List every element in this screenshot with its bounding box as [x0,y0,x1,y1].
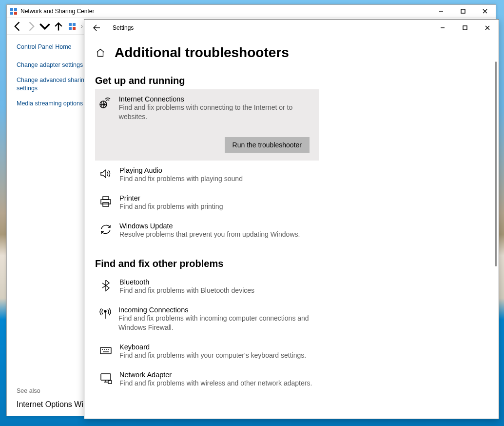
troubleshooter-windows-update[interactable]: Windows Update Resolve problems that pre… [95,216,317,244]
back-maximize-button[interactable] [452,5,474,18]
item-title: Printer [119,194,223,202]
svg-rect-17 [103,197,109,200]
sync-icon [99,222,112,239]
svg-rect-3 [14,12,17,15]
section-find-fix-heading: Find and fix other problems [95,258,317,269]
item-desc: Find and fix problems with incoming comp… [118,314,312,332]
section-get-up-heading: Get up and running [95,75,317,86]
troubleshooter-network-adapter[interactable]: Network Adapter Find and fix problems wi… [95,365,317,393]
settings-back-button[interactable] [84,20,109,36]
item-title: Bluetooth [119,278,254,286]
troubleshooter-incoming-connections[interactable]: Incoming Connections Find and fix proble… [95,300,317,337]
troubleshooter-internet-connections[interactable]: Internet Connections Find and fix proble… [95,89,319,161]
troubleshooter-playing-audio[interactable]: Playing Audio Find and fix problems with… [95,161,317,188]
back-minimize-button[interactable] [430,5,452,18]
settings-minimize-button[interactable] [431,20,454,36]
svg-rect-19 [103,203,109,206]
svg-rect-13 [463,26,467,30]
keyboard-icon [99,343,112,360]
svg-point-21 [104,310,106,312]
svg-rect-28 [101,374,111,380]
troubleshooter-printer[interactable]: Printer Find and fix problems with print… [95,188,317,216]
svg-rect-9 [73,23,76,26]
internet-options-link[interactable]: Internet Options [17,400,72,408]
svg-rect-10 [69,27,72,30]
svg-rect-22 [100,347,111,354]
settings-maximize-button[interactable] [454,20,476,36]
bluetooth-icon [99,278,112,295]
settings-window: Settings Additional troubleshooters Get … [84,19,499,419]
monitor-network-icon [99,371,112,388]
item-desc: Find and fix problems with connecting to… [119,103,314,122]
item-desc: Resolve problems that prevent you from u… [119,230,300,239]
settings-content: Additional troubleshooters Get up and ru… [84,36,499,419]
item-desc: Find and fix problems with printing [119,202,223,211]
nav-history-button[interactable] [39,20,51,32]
item-desc: Find and fix problems with wireless and … [119,379,312,388]
settings-titlebar[interactable]: Settings [84,20,499,36]
svg-rect-8 [69,23,72,26]
run-troubleshooter-button[interactable]: Run the troubleshooter [225,137,310,153]
settings-close-button[interactable] [476,20,499,36]
svg-rect-31 [108,381,112,384]
svg-rect-11 [73,27,76,30]
troubleshooter-keyboard[interactable]: Keyboard Find and fix problems with your… [95,337,317,365]
svg-rect-1 [14,8,17,11]
back-titlebar[interactable]: Network and Sharing Center [7,5,496,18]
media-streaming-link[interactable]: Media streaming options [17,100,95,108]
svg-rect-5 [461,9,465,13]
nav-forward-button[interactable] [25,20,37,32]
breadcrumb-sep: › [81,23,83,30]
item-desc: Find and fix problems with Bluetooth dev… [119,286,254,295]
change-adapter-link[interactable]: Change adapter settings [17,61,95,69]
item-desc: Find and fix problems with playing sound [119,174,243,183]
item-title: Windows Update [119,222,300,230]
item-title: Network Adapter [119,371,312,379]
printer-icon [99,194,112,211]
scrollbar-thumb[interactable] [495,61,497,266]
change-sharing-link[interactable]: Change advanced sharing settings [17,76,95,93]
item-title: Keyboard [119,343,306,351]
nav-back-button[interactable] [12,20,23,32]
back-close-button[interactable] [474,5,496,18]
item-desc: Find and fix problems with your computer… [119,351,306,360]
back-window-title: Network and Sharing Center [20,8,430,15]
nav-up-button[interactable] [53,20,64,32]
antenna-icon [99,306,112,332]
settings-window-title: Settings [109,24,431,31]
network-center-icon [10,7,18,15]
svg-rect-0 [10,8,13,11]
control-panel-home-link[interactable]: Control Panel Home [17,43,95,50]
speaker-icon [99,166,112,183]
breadcrumb-icon [68,22,76,30]
troubleshooter-bluetooth[interactable]: Bluetooth Find and fix problems with Blu… [95,272,317,300]
item-title: Internet Connections [119,95,314,103]
globe-signal-icon [99,95,112,122]
svg-rect-18 [101,200,111,204]
home-icon[interactable] [95,47,106,58]
svg-rect-2 [10,12,13,15]
page-title: Additional troubleshooters [115,45,289,61]
item-title: Incoming Connections [118,306,312,314]
item-title: Playing Audio [119,166,243,174]
